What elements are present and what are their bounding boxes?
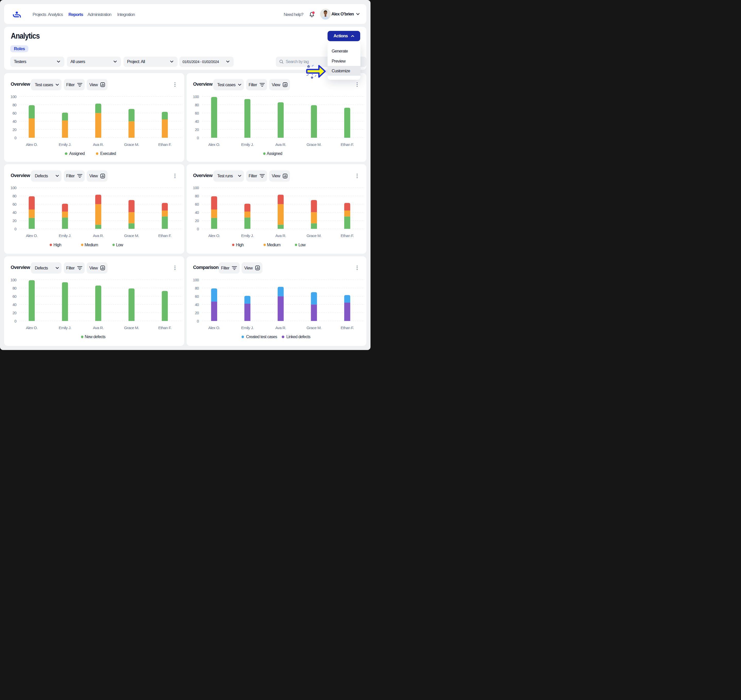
svg-text:Ava R.: Ava R. xyxy=(93,234,104,238)
svg-text:Emily J.: Emily J. xyxy=(59,142,71,146)
svg-text:40: 40 xyxy=(195,210,199,215)
svg-text:0: 0 xyxy=(197,135,199,140)
svg-text:100: 100 xyxy=(10,278,16,282)
svg-text:Alex O.: Alex O. xyxy=(26,234,38,238)
svg-text:Ethan F.: Ethan F. xyxy=(158,234,171,238)
svg-text:40: 40 xyxy=(12,302,16,306)
svg-text:Grace M.: Grace M. xyxy=(124,142,139,146)
svg-text:Emily J.: Emily J. xyxy=(241,325,254,330)
svg-text:0: 0 xyxy=(15,135,16,140)
svg-text:Grace M.: Grace M. xyxy=(124,234,139,238)
svg-text:40: 40 xyxy=(12,210,16,215)
svg-text:Emily J.: Emily J. xyxy=(241,142,254,146)
svg-text:20: 20 xyxy=(12,219,16,223)
svg-text:Emily J.: Emily J. xyxy=(241,234,254,238)
svg-text:Emily J.: Emily J. xyxy=(59,325,71,330)
svg-text:Alex O.: Alex O. xyxy=(26,325,38,330)
svg-text:60: 60 xyxy=(195,294,199,298)
svg-text:20: 20 xyxy=(12,310,16,315)
svg-text:80: 80 xyxy=(195,194,199,198)
svg-text:100: 100 xyxy=(193,278,199,282)
svg-text:Ethan F.: Ethan F. xyxy=(158,142,171,146)
svg-text:Alex O.: Alex O. xyxy=(208,325,220,330)
svg-text:100: 100 xyxy=(193,185,199,190)
svg-text:80: 80 xyxy=(195,286,199,290)
svg-text:Alex O.: Alex O. xyxy=(26,142,38,146)
svg-text:60: 60 xyxy=(195,202,199,206)
svg-text:40: 40 xyxy=(12,119,16,123)
svg-text:80: 80 xyxy=(195,103,199,107)
svg-text:Emily J.: Emily J. xyxy=(59,234,71,238)
svg-text:0: 0 xyxy=(197,227,199,231)
svg-text:Ethan F.: Ethan F. xyxy=(341,325,354,330)
svg-text:0: 0 xyxy=(15,319,16,323)
svg-text:20: 20 xyxy=(195,127,199,131)
svg-text:Alex O.: Alex O. xyxy=(208,234,220,238)
svg-text:Grace M.: Grace M. xyxy=(306,142,321,146)
svg-text:Ava R.: Ava R. xyxy=(93,325,104,330)
svg-text:60: 60 xyxy=(12,111,16,115)
svg-text:Ethan F.: Ethan F. xyxy=(341,142,354,146)
svg-text:60: 60 xyxy=(12,202,16,206)
svg-text:100: 100 xyxy=(193,94,199,99)
svg-text:Grace M.: Grace M. xyxy=(306,325,321,330)
svg-text:100: 100 xyxy=(10,94,16,99)
svg-text:0: 0 xyxy=(197,319,199,323)
svg-text:40: 40 xyxy=(195,302,199,306)
svg-text:40: 40 xyxy=(195,119,199,123)
svg-text:Ava R.: Ava R. xyxy=(275,325,286,330)
svg-text:Ava R.: Ava R. xyxy=(275,142,286,146)
svg-text:Ava R.: Ava R. xyxy=(275,234,286,238)
svg-text:20: 20 xyxy=(195,219,199,223)
svg-text:Ethan F.: Ethan F. xyxy=(158,325,171,330)
svg-text:60: 60 xyxy=(12,294,16,298)
svg-text:Alex O.: Alex O. xyxy=(208,142,220,146)
svg-text:Ethan F.: Ethan F. xyxy=(341,234,354,238)
svg-text:60: 60 xyxy=(195,111,199,115)
svg-text:0: 0 xyxy=(15,227,16,231)
svg-text:20: 20 xyxy=(195,310,199,315)
svg-text:80: 80 xyxy=(12,194,16,198)
svg-text:100: 100 xyxy=(10,185,16,190)
svg-text:80: 80 xyxy=(12,103,16,107)
svg-text:Ava R.: Ava R. xyxy=(93,142,104,146)
svg-text:20: 20 xyxy=(12,127,16,131)
svg-text:Grace M.: Grace M. xyxy=(306,234,321,238)
svg-text:80: 80 xyxy=(12,286,16,290)
svg-text:Grace M.: Grace M. xyxy=(124,325,139,330)
